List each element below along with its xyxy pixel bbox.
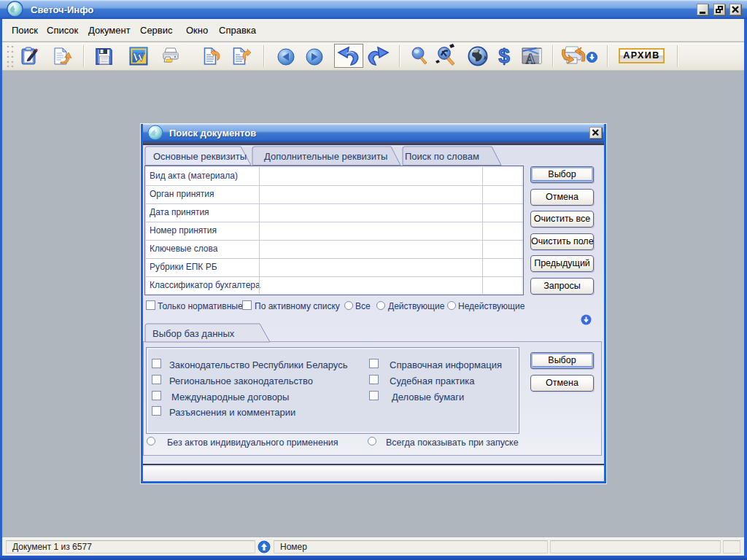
svg-text:W: W <box>133 50 145 64</box>
svg-text:A: A <box>526 52 535 66</box>
svg-text:$: $ <box>498 44 510 67</box>
